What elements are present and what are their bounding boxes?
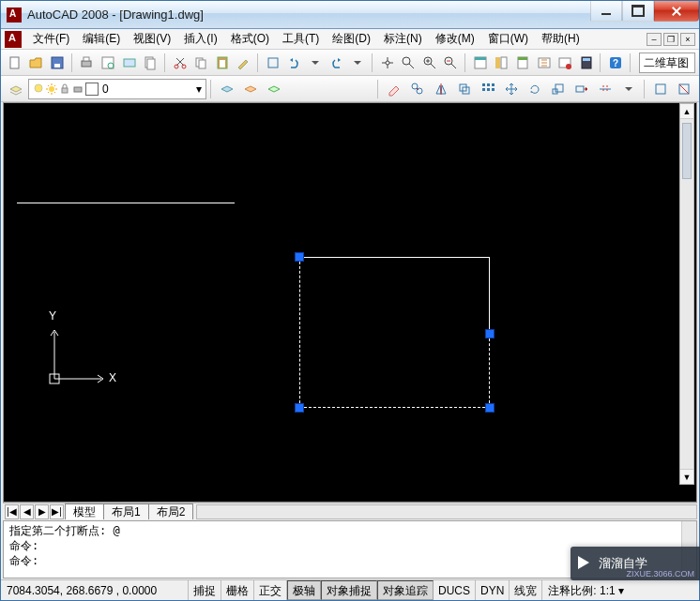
grid-toggle[interactable]: 栅格: [221, 580, 254, 600]
svg-rect-23: [495, 57, 500, 68]
undo-dropdown[interactable]: [305, 52, 326, 74]
array-button[interactable]: [477, 78, 499, 100]
tab-prev-button[interactable]: ◀: [20, 504, 34, 519]
match-prop-button[interactable]: [234, 52, 254, 74]
layer-properties-button[interactable]: [5, 78, 27, 100]
drawing-viewport[interactable]: X Y ▲ ▼: [3, 102, 697, 503]
maximize-button[interactable]: [622, 1, 654, 22]
print-button[interactable]: [77, 52, 98, 74]
menu-draw[interactable]: 绘图(D): [327, 29, 376, 49]
menu-insert[interactable]: 插入(I): [178, 29, 222, 49]
block-editor-button[interactable]: [263, 52, 283, 74]
pan-button[interactable]: [377, 52, 398, 74]
tab-layout2[interactable]: 布局2: [148, 503, 194, 519]
scroll-up-button[interactable]: ▲: [680, 104, 693, 119]
layer-combo[interactable]: 0 ▾: [28, 79, 206, 99]
new-button[interactable]: [5, 52, 25, 74]
close-button[interactable]: [654, 1, 699, 22]
otrack-toggle[interactable]: 对象追踪: [377, 580, 434, 600]
extend-button[interactable]: [649, 78, 672, 100]
svg-rect-51: [656, 84, 665, 94]
scroll-thumb[interactable]: [682, 123, 692, 179]
menu-file[interactable]: 文件(F): [27, 29, 75, 49]
menu-tools[interactable]: 工具(T): [277, 29, 325, 49]
scale-button[interactable]: [547, 78, 570, 100]
properties-button[interactable]: [470, 52, 491, 74]
help-button[interactable]: ?: [605, 52, 626, 74]
save-button[interactable]: [47, 52, 68, 74]
rotate-button[interactable]: [524, 78, 546, 100]
design-center-button[interactable]: [492, 52, 512, 74]
minimize-button[interactable]: [590, 1, 622, 22]
copy-button[interactable]: [190, 52, 211, 74]
plot-preview-button[interactable]: [98, 52, 118, 74]
osnap-toggle[interactable]: 对象捕捉: [321, 580, 377, 600]
grip-bottom-right[interactable]: [485, 403, 495, 413]
zoom-previous-button[interactable]: [441, 52, 462, 74]
horizontal-scrollbar[interactable]: [196, 504, 697, 519]
menu-view[interactable]: 视图(V): [128, 29, 176, 49]
svg-rect-50: [576, 86, 584, 92]
svg-point-29: [566, 64, 571, 69]
layer-previous-button[interactable]: [239, 78, 262, 100]
move-button[interactable]: [500, 78, 523, 100]
cut-button[interactable]: [170, 52, 190, 74]
menu-modify[interactable]: 修改(M): [430, 29, 480, 49]
layer-states-button[interactable]: [216, 78, 238, 100]
workspace-combo[interactable]: 二维草图: [639, 53, 695, 73]
mdi-minimize-button[interactable]: –: [647, 33, 662, 46]
mirror-button[interactable]: [430, 78, 452, 100]
redo-button[interactable]: [327, 52, 347, 74]
plot-icon: [72, 83, 84, 95]
snap-toggle[interactable]: 捕捉: [189, 580, 221, 600]
tab-last-button[interactable]: ▶|: [50, 504, 64, 519]
tab-layout1[interactable]: 布局1: [103, 503, 149, 519]
undo-button[interactable]: [284, 52, 305, 74]
dyn-toggle[interactable]: DYN: [476, 580, 510, 600]
mdi-close-button[interactable]: ×: [680, 33, 695, 46]
publish-button[interactable]: [119, 52, 140, 74]
trim-button[interactable]: [594, 78, 616, 100]
tab-next-button[interactable]: ▶: [35, 504, 49, 519]
grip-mid-right[interactable]: [485, 329, 495, 338]
copy-obj-button[interactable]: [406, 78, 429, 100]
stretch-button[interactable]: [571, 78, 593, 100]
sheet-set-button[interactable]: [140, 52, 160, 74]
open-button[interactable]: [26, 52, 47, 74]
polar-toggle[interactable]: 极轴: [287, 580, 321, 600]
selected-rectangle[interactable]: [282, 257, 490, 408]
ortho-toggle[interactable]: 正交: [254, 580, 287, 600]
redo-dropdown[interactable]: [347, 52, 368, 74]
tab-first-button[interactable]: |◀: [5, 504, 19, 519]
grip-bottom-left[interactable]: [295, 403, 304, 413]
break-button[interactable]: [673, 78, 695, 100]
mdi-restore-button[interactable]: ❐: [663, 33, 678, 46]
grip-top-left[interactable]: [295, 252, 304, 262]
annotation-scale[interactable]: 注释比例: 1:1 ▾: [542, 580, 699, 600]
tool-palettes-button[interactable]: [512, 52, 533, 74]
vertical-scrollbar[interactable]: ▲ ▼: [679, 103, 694, 485]
coords-readout[interactable]: 7084.3054, 268.6679 , 0.0000: [1, 580, 189, 600]
erase-button[interactable]: [383, 78, 405, 100]
quickcalc-button[interactable]: [576, 52, 597, 74]
menu-format[interactable]: 格式(O): [225, 29, 275, 49]
menu-dim[interactable]: 标注(N): [378, 29, 428, 49]
layer-iso-button[interactable]: [263, 78, 285, 100]
menu-help[interactable]: 帮助(H): [536, 29, 586, 49]
sun-icon: [46, 83, 57, 95]
lwt-toggle[interactable]: 线宽: [510, 580, 542, 600]
tab-model[interactable]: 模型: [65, 503, 104, 519]
drawing-line[interactable]: [17, 203, 235, 203]
zoom-window-button[interactable]: [419, 52, 440, 74]
more-dropdown[interactable]: [617, 78, 640, 100]
paste-button[interactable]: [212, 52, 233, 74]
zoom-realtime-button[interactable]: [398, 52, 418, 74]
scroll-down-button[interactable]: ▼: [680, 469, 693, 484]
menu-window[interactable]: 窗口(W): [482, 29, 534, 49]
sheet-set-mgr-button[interactable]: [534, 52, 555, 74]
markup-mgr-button[interactable]: [555, 52, 575, 74]
ducs-toggle[interactable]: DUCS: [434, 580, 476, 600]
offset-button[interactable]: [453, 78, 476, 100]
menu-edit[interactable]: 编辑(E): [77, 29, 126, 49]
svg-rect-43: [487, 83, 490, 86]
